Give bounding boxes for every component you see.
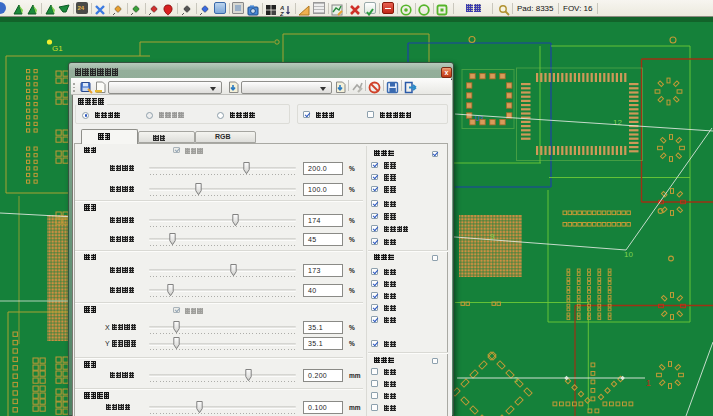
svg-text:Z: Z (280, 11, 284, 16)
svg-text:9: 9 (490, 232, 495, 241)
svg-text:1: 1 (646, 378, 651, 388)
svg-text:12: 12 (613, 118, 622, 127)
svg-text:G1: G1 (52, 44, 63, 53)
svg-text:10: 10 (624, 250, 633, 259)
